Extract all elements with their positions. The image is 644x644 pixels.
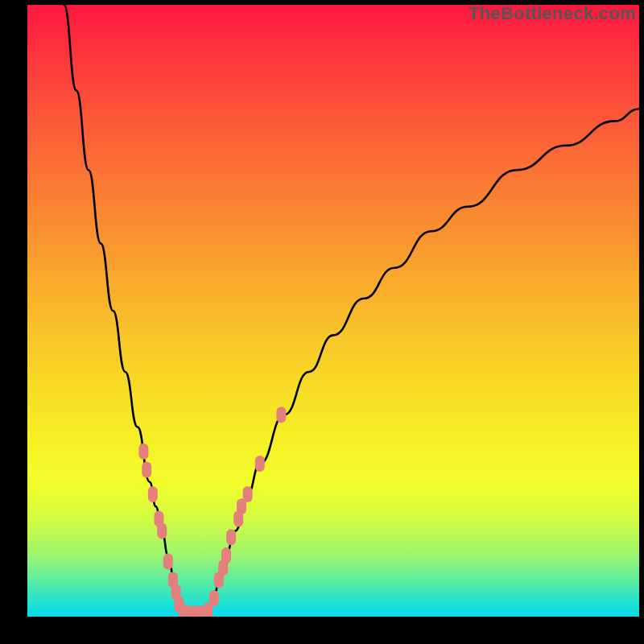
data-point xyxy=(148,486,158,502)
data-point xyxy=(142,462,151,478)
data-point xyxy=(255,456,265,472)
data-point xyxy=(243,486,253,502)
data-point xyxy=(157,523,167,539)
data-point xyxy=(221,547,231,564)
data-point xyxy=(138,444,148,460)
watermark-label: TheBottleneck.com xyxy=(469,3,636,24)
bottleneck-chart xyxy=(27,5,639,617)
data-point xyxy=(276,407,286,423)
chart-frame xyxy=(27,5,639,617)
data-point xyxy=(163,554,173,570)
gradient-background xyxy=(27,5,639,617)
data-point xyxy=(226,529,236,545)
data-point xyxy=(209,590,219,606)
